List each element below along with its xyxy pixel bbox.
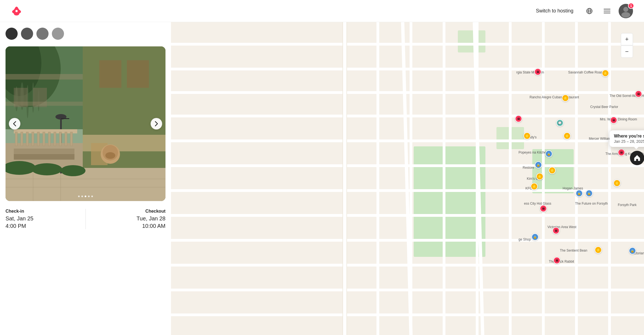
pill-3[interactable] bbox=[36, 28, 49, 40]
carousel-dot-4[interactable] bbox=[88, 196, 90, 197]
logo[interactable] bbox=[11, 6, 22, 17]
svg-point-11 bbox=[621, 12, 630, 18]
poi-marker[interactable]: ⭐ bbox=[549, 167, 556, 174]
zoom-in-button[interactable]: + bbox=[621, 33, 633, 45]
svg-rect-46 bbox=[32, 132, 34, 146]
carousel-dot-3[interactable] bbox=[85, 196, 86, 197]
svg-line-76 bbox=[474, 22, 483, 335]
poi-marker[interactable]: 🔒 bbox=[531, 233, 539, 241]
poi-marker[interactable]: ⭐ bbox=[523, 132, 531, 139]
svg-rect-43 bbox=[15, 132, 17, 146]
poi-marker[interactable]: 🏛 bbox=[552, 227, 560, 234]
svg-rect-41 bbox=[14, 154, 74, 160]
header: Switch to hosting bbox=[0, 0, 644, 22]
svg-point-10 bbox=[623, 7, 628, 12]
hamburger-menu-button[interactable] bbox=[601, 6, 613, 16]
poi-marker[interactable]: ⭐ bbox=[562, 94, 569, 102]
poi-marker[interactable]: 🔒 bbox=[545, 150, 552, 157]
svg-rect-23 bbox=[99, 60, 121, 88]
svg-rect-60 bbox=[6, 102, 83, 106]
svg-line-75 bbox=[403, 22, 411, 335]
left-panel: Check-in Sat, Jan 25 4:00 PM Checkout Tu… bbox=[0, 22, 171, 335]
poi-marker[interactable]: ⭐ bbox=[602, 70, 609, 77]
poi-marker[interactable]: 🏛 bbox=[635, 90, 642, 97]
poi-marker[interactable]: 🔒 bbox=[576, 190, 583, 197]
map-place-label: Victorian Area West bbox=[547, 225, 576, 229]
svg-rect-40 bbox=[14, 149, 74, 154]
switch-hosting-button[interactable]: Switch to hosting bbox=[531, 5, 578, 17]
airbnb-logo-icon bbox=[11, 6, 22, 17]
poi-marker[interactable]: 💬 bbox=[556, 119, 563, 126]
poi-marker[interactable]: 🏛 bbox=[534, 68, 541, 75]
chevron-right-icon bbox=[155, 121, 158, 126]
map-roads-svg bbox=[171, 22, 644, 335]
popup-dates: Jan 25 – 28, 2025 bbox=[614, 139, 644, 144]
map-place-label: Popeyes na Kitchen bbox=[519, 151, 548, 154]
svg-rect-64 bbox=[496, 127, 524, 149]
checkin-time: 4:00 PM bbox=[6, 223, 80, 229]
map-place-label: Mrs. Wilkes Dining Room bbox=[600, 117, 637, 121]
location-popup: Where you're staying Jan 25 – 28, 2025 bbox=[610, 130, 644, 147]
carousel-dot-5[interactable] bbox=[91, 196, 93, 197]
svg-point-55 bbox=[32, 163, 62, 175]
map-place-label: The Future on Forsyth bbox=[575, 202, 608, 205]
svg-rect-42 bbox=[14, 129, 77, 133]
carousel-dots bbox=[78, 196, 93, 197]
map-place-label: The Sentient Bean bbox=[560, 249, 587, 252]
top-pills bbox=[6, 22, 165, 46]
carousel-scene bbox=[6, 46, 165, 201]
pill-1[interactable] bbox=[6, 28, 18, 40]
poi-marker[interactable]: 🔒 bbox=[586, 190, 593, 197]
checkout-date: Tue, Jan 28 bbox=[91, 215, 166, 222]
carousel-dot-1[interactable] bbox=[78, 196, 80, 197]
home-pin[interactable] bbox=[630, 151, 644, 165]
map-place-label: Rancho Alegre Cuban Restaurant bbox=[530, 95, 579, 99]
svg-point-0 bbox=[15, 10, 18, 12]
svg-rect-38 bbox=[61, 118, 69, 119]
checkout-block: Checkout Tue, Jan 28 10:00 AM bbox=[91, 209, 166, 229]
poi-marker[interactable]: 🏛 bbox=[515, 115, 522, 122]
poi-marker[interactable]: 🏛 bbox=[553, 257, 560, 264]
notification-badge: 1 bbox=[628, 3, 634, 9]
svg-rect-48 bbox=[43, 132, 45, 146]
carousel-next-button[interactable] bbox=[151, 118, 162, 130]
checkin-section: Check-in Sat, Jan 25 4:00 PM Checkout Tu… bbox=[6, 201, 165, 229]
checkin-label: Check-in bbox=[6, 209, 80, 214]
poi-marker[interactable]: 🏛 bbox=[618, 149, 625, 156]
poi-marker[interactable]: ⭐ bbox=[536, 173, 543, 180]
svg-rect-49 bbox=[48, 132, 50, 146]
map-controls: + − bbox=[621, 33, 633, 58]
poi-marker[interactable]: 🔒 bbox=[629, 247, 636, 254]
user-profile-button[interactable]: 1 bbox=[619, 4, 633, 18]
map-place-label: The Black Rabbit bbox=[549, 260, 574, 263]
poi-marker[interactable]: 🏛 bbox=[540, 205, 547, 212]
svg-rect-63 bbox=[458, 30, 485, 52]
svg-rect-45 bbox=[26, 132, 28, 146]
image-carousel bbox=[6, 46, 165, 201]
svg-rect-44 bbox=[21, 132, 23, 146]
hamburger-icon bbox=[604, 9, 610, 14]
poi-marker[interactable]: ⭐ bbox=[613, 180, 621, 187]
poi-marker[interactable]: ⭐ bbox=[595, 246, 602, 254]
svg-rect-52 bbox=[65, 132, 67, 146]
carousel-prev-button[interactable] bbox=[9, 118, 20, 130]
map-panel[interactable]: Savannah Coffee RoastersChippewa SquareZ… bbox=[171, 22, 644, 335]
svg-point-56 bbox=[61, 165, 85, 176]
poi-marker[interactable]: ⭐ bbox=[563, 132, 571, 139]
language-selector-button[interactable] bbox=[583, 5, 595, 17]
map-container[interactable]: Savannah Coffee RoastersChippewa SquareZ… bbox=[171, 22, 644, 335]
map-place-label: Forsyth Park bbox=[618, 203, 637, 207]
popup-title: Where you're staying bbox=[614, 134, 644, 139]
svg-rect-53 bbox=[70, 132, 73, 146]
svg-rect-62 bbox=[414, 146, 485, 257]
map-place-label: ess City Hot Glass bbox=[524, 202, 551, 205]
map-place-label: ge Shop bbox=[519, 238, 531, 241]
poi-marker[interactable]: ⭐ bbox=[531, 183, 538, 190]
checkin-block: Check-in Sat, Jan 25 4:00 PM bbox=[6, 209, 80, 229]
poi-marker[interactable]: 🔒 bbox=[535, 161, 542, 168]
pill-2[interactable] bbox=[21, 28, 33, 40]
zoom-out-button[interactable]: − bbox=[621, 46, 633, 58]
pill-4[interactable] bbox=[52, 28, 64, 40]
carousel-dot-2[interactable] bbox=[81, 196, 83, 197]
poi-marker[interactable]: 🏛 bbox=[610, 117, 617, 124]
